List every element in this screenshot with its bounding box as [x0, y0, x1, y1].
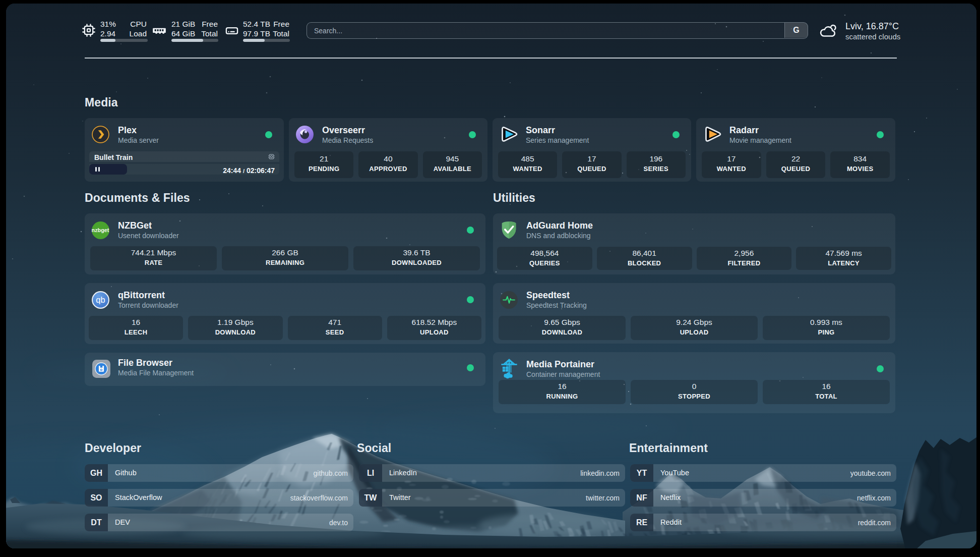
- svg-text:nzbget: nzbget: [92, 227, 109, 233]
- svg-text:qb: qb: [96, 295, 105, 304]
